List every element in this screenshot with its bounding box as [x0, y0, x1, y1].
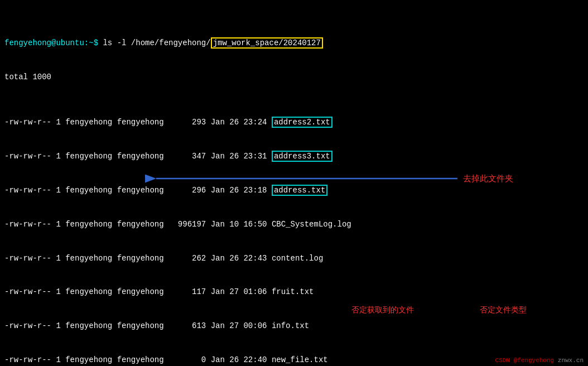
- prompt-1: fengyehong@ubuntu:~$: [4, 38, 98, 47]
- line-1: fengyehong@ubuntu:~$ ls -l /home/fengyeh…: [4, 37, 584, 49]
- highlight-addr: address.txt: [272, 185, 327, 196]
- line-5: -rw-rw-r-- 1 fengyehong fengyehong 296 J…: [4, 185, 584, 196]
- line-6: -rw-rw-r-- 1 fengyehong fengyehong 99619…: [4, 219, 584, 230]
- line-4: -rw-rw-r-- 1 fengyehong fengyehong 347 J…: [4, 151, 584, 162]
- line-2: total 1000: [4, 71, 584, 83]
- highlight-addr3: address3.txt: [272, 151, 332, 162]
- line-7: -rw-rw-r-- 1 fengyehong fengyehong 262 J…: [4, 253, 584, 264]
- watermark-csdn: CSDN @fengyehong: [495, 357, 555, 364]
- highlight-addr2: address2.txt: [272, 117, 332, 128]
- watermark: CSDN @fengyehong znwx.cn: [495, 357, 584, 364]
- line-9: -rw-rw-r-- 1 fengyehong fengyehong 613 J…: [4, 320, 584, 331]
- terminal-output: fengyehong@ubuntu:~$ ls -l /home/fengyeh…: [0, 0, 588, 366]
- line-3: -rw-rw-r-- 1 fengyehong fengyehong 293 J…: [4, 117, 584, 128]
- line-8: -rw-rw-r-- 1 fengyehong fengyehong 117 J…: [4, 286, 584, 297]
- highlight-path-1: jmw_work_space/20240127: [211, 37, 323, 49]
- watermark-site: znwx.cn: [558, 357, 584, 364]
